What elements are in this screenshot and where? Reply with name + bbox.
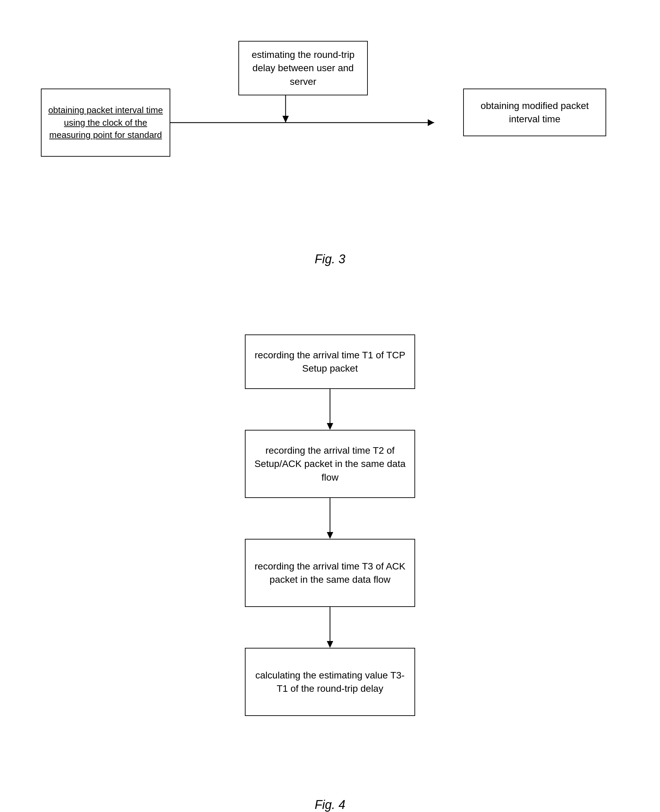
svg-marker-5 <box>327 423 333 430</box>
svg-marker-9 <box>327 641 333 648</box>
page: obtaining packet interval time using the… <box>0 0 660 812</box>
fig4-label: Fig. 4 <box>21 798 639 812</box>
svg-marker-1 <box>282 116 289 123</box>
svg-marker-3 <box>428 119 434 126</box>
fig3-box-right: obtaining modified packet interval time <box>463 89 606 136</box>
fig3-label: Fig. 3 <box>21 252 639 266</box>
fig4-box-3: recording the arrival time T3 of ACK pac… <box>245 539 415 607</box>
fig3-box-center-top: estimating the round-trip delay between … <box>238 41 368 95</box>
fig3-diagram: obtaining packet interval time using the… <box>21 21 639 232</box>
fig3-box-left: obtaining packet interval time using the… <box>41 89 170 157</box>
svg-marker-7 <box>327 532 333 539</box>
fig4-box-1: recording the arrival time T1 of TCP Set… <box>245 335 415 389</box>
fig4-box-4: calculating the estimating value T3-T1 o… <box>245 648 415 716</box>
fig4-diagram: recording the arrival time T1 of TCP Set… <box>21 321 639 791</box>
fig4-box-2: recording the arrival time T2 of Setup/A… <box>245 430 415 498</box>
